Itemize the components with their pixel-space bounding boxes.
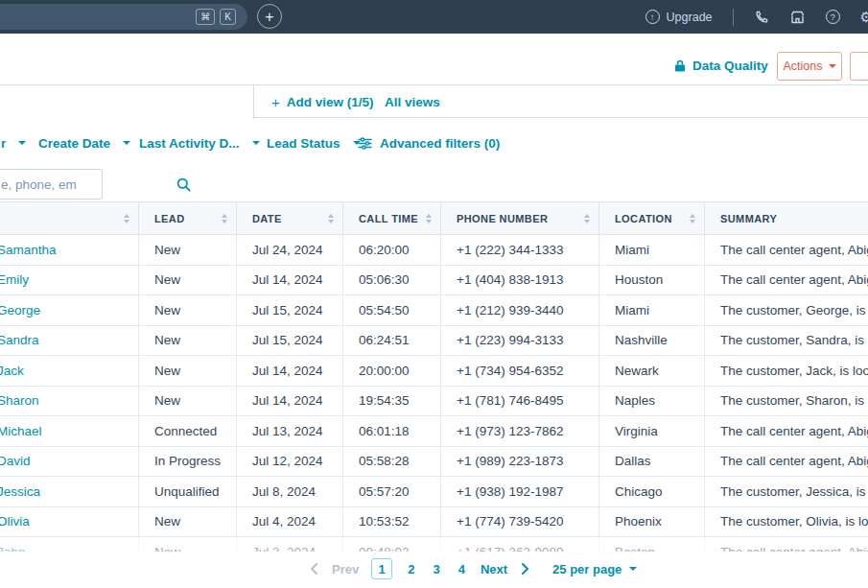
views-tab-bar: + Add view (1/5) All views [0, 84, 868, 118]
lead-name-link[interactable]: Sandra [0, 326, 139, 356]
per-page-select[interactable]: 25 per page [552, 562, 637, 576]
marketplace-icon[interactable] [789, 10, 806, 25]
cell-location: Houston [599, 266, 705, 295]
column-label: DATE [252, 213, 282, 224]
lead-name-link[interactable]: David [0, 447, 139, 477]
column-header-location[interactable]: LOCATION [599, 202, 705, 234]
lead-name-link[interactable]: Samantha [0, 235, 139, 265]
sort-icon[interactable] [328, 214, 334, 223]
lead-name-link[interactable]: Olivia [0, 507, 139, 537]
sliders-icon [358, 137, 372, 150]
sort-icon[interactable] [124, 214, 129, 223]
cell-call_time: 05:58:28 [343, 447, 441, 477]
lead-name-link[interactable]: Emily [0, 266, 139, 295]
sort-icon[interactable] [222, 214, 227, 223]
page-button-2[interactable]: 2 [405, 562, 417, 576]
pagination-footer: Prev 1234 Next 25 per page [0, 552, 868, 588]
column-header-lead[interactable]: LEAD [139, 202, 237, 234]
cell-date: Jul 8, 2024 [237, 477, 343, 506]
lead-name-link[interactable]: John [0, 537, 139, 552]
cell-summary: The customer, Jessica, is look [705, 477, 868, 506]
calling-icon[interactable] [754, 10, 769, 25]
table-row: GeorgeNewJul 15, 202405:54:50+1 (212) 93… [0, 295, 868, 326]
next-page-button[interactable]: Next [481, 562, 507, 576]
search-icon[interactable] [176, 177, 191, 192]
column-header-call-time[interactable]: CALL TIME [343, 202, 441, 234]
column-header-date[interactable]: DATE [237, 202, 343, 234]
create-new-button[interactable]: + [257, 4, 282, 29]
cell-location: Boston [599, 537, 705, 552]
page-button-1[interactable]: 1 [371, 558, 392, 579]
column-header-name[interactable] [0, 202, 139, 234]
settings-gear-icon[interactable]: ⚙ [860, 9, 868, 26]
cell-phone: +1 (774) 739-5420 [441, 507, 599, 537]
sort-icon[interactable] [690, 214, 695, 223]
cell-summary: The call center agent, Abigail [705, 416, 868, 446]
cell-call_time: 06:01:18 [343, 416, 441, 446]
chevron-right-icon[interactable] [520, 562, 530, 576]
cell-date: Jul 24, 2024 [237, 235, 343, 265]
filter-label: Lead Status [267, 136, 340, 151]
page-button-3[interactable]: 3 [430, 562, 442, 576]
cell-location: Miami [599, 295, 705, 325]
chevron-down-icon [18, 141, 26, 145]
chevron-down-icon [829, 64, 836, 68]
cell-location: Dallas [599, 447, 705, 477]
pagination: Prev 1234 Next 25 per page [309, 552, 637, 586]
cell-date: Jul 14, 2024 [237, 356, 343, 386]
table-search-input[interactable] [0, 169, 173, 200]
lead-name-link[interactable]: George [0, 295, 139, 325]
actions-button[interactable]: Actions [777, 52, 842, 81]
data-quality-link[interactable]: Data Quality [674, 59, 768, 73]
table-search-box [0, 169, 103, 200]
table-row: OliviaNewJul 4, 202410:53:52+1 (774) 739… [0, 507, 868, 538]
lock-icon [674, 59, 686, 72]
all-views-link[interactable]: All views [385, 85, 440, 119]
cell-summary: The call center agent, Abigail [705, 266, 868, 295]
cell-summary: The call center agent, Abigail [705, 447, 868, 477]
table-header-row: LEAD DATE CALL TIME PHONE NUMBER LOCATIO… [0, 202, 868, 235]
crm-leads-page: ⌘ K + ↑ Upgrade ? ⚙ [0, 0, 868, 588]
filters-row: r Create Date Last Activity D... Lead St… [0, 129, 868, 157]
column-label: PHONE NUMBER [457, 213, 548, 224]
page-button-4[interactable]: 4 [456, 562, 468, 576]
cell-date: Jul 12, 2024 [237, 447, 343, 477]
filter-last-activity-date[interactable]: Last Activity D... [139, 129, 260, 157]
table-row: JessicaUnqualifiedJul 8, 202405:57:20+1 … [0, 477, 868, 507]
cell-lead: Unqualified [139, 477, 237, 506]
cell-date: Jul 15, 2024 [237, 326, 343, 356]
cell-location: Virginia [599, 416, 705, 446]
cell-lead: New [139, 295, 237, 325]
filter-cutoff[interactable]: r [1, 129, 26, 157]
advanced-filters-label: Advanced filters (0) [380, 136, 500, 151]
lead-name-link[interactable]: Jack [0, 356, 139, 386]
filter-lead-status[interactable]: Lead Status [267, 129, 361, 157]
sort-icon[interactable] [584, 214, 590, 223]
cell-location: Nashville [599, 326, 705, 356]
lead-name-link[interactable]: Sharon [0, 387, 139, 416]
upgrade-label: Upgrade [667, 11, 713, 24]
cell-date: Jul 15, 2024 [237, 295, 343, 325]
cell-summary: The customer, Jack, is lookin [705, 356, 868, 386]
cell-phone: +1 (222) 344-1333 [441, 235, 599, 265]
cell-location: Naples [599, 387, 705, 416]
sort-icon[interactable] [426, 214, 432, 223]
cell-phone: +1 (223) 994-3133 [441, 326, 599, 356]
upgrade-button[interactable]: ↑ Upgrade [645, 10, 713, 24]
cmd-key-icon: ⌘ [196, 9, 215, 25]
lead-name-link[interactable]: Jessica [0, 477, 139, 506]
column-header-summary[interactable]: SUMMARY [705, 202, 868, 234]
chevron-left-icon[interactable] [309, 562, 319, 576]
column-header-phone-number[interactable]: PHONE NUMBER [441, 202, 599, 234]
filter-create-date[interactable]: Create Date [38, 129, 130, 157]
global-search-bar[interactable]: ⌘ K [0, 4, 247, 30]
advanced-filters-link[interactable]: Advanced filters (0) [358, 129, 500, 157]
prev-page-button[interactable]: Prev [332, 562, 359, 576]
import-button[interactable]: Import [850, 52, 868, 81]
filter-cutoff-label: r [1, 136, 6, 151]
lead-name-link[interactable]: Michael [0, 416, 139, 446]
active-view-tab[interactable] [0, 85, 254, 119]
help-icon[interactable]: ? [826, 10, 840, 24]
data-quality-label: Data Quality [692, 59, 768, 73]
add-view-tab[interactable]: + Add view (1/5) [271, 85, 374, 119]
